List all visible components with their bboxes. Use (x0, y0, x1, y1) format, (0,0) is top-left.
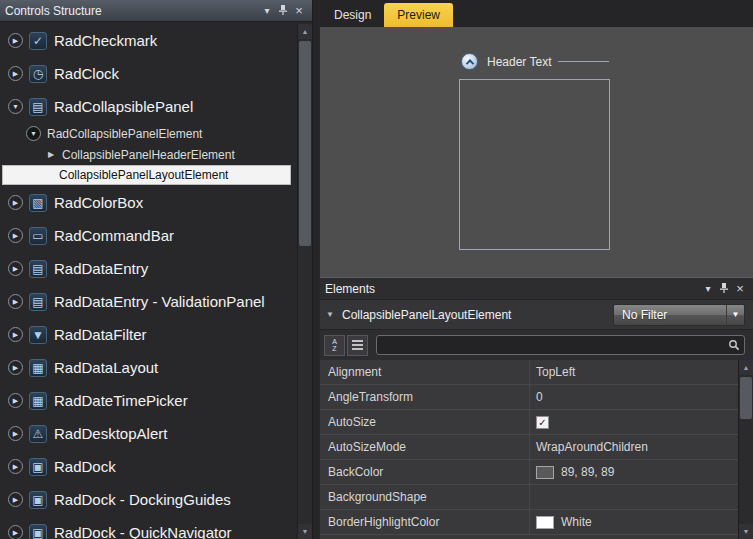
property-row-angletransform: AngleTransform 0 (320, 385, 738, 410)
tree-scrollbar[interactable]: ▲ ▼ (297, 24, 312, 539)
collapse-arrow-icon[interactable]: ▼ (26, 126, 41, 141)
color-swatch[interactable] (536, 516, 554, 529)
tree-item-raddatalayout[interactable]: ▶ ▦ RadDataLayout (0, 351, 297, 384)
tree-item-collapsiblepanelheaderelement[interactable]: ▶ CollapsiblePanelHeaderElement (0, 144, 297, 165)
search-icon[interactable] (724, 339, 744, 351)
tree-item-radcollapsiblepanelelement[interactable]: ▼ RadCollapsiblePanelElement (0, 123, 297, 144)
tree-item-radclock[interactable]: ▶ ◷ RadClock (0, 57, 297, 90)
property-value-text: 89, 89, 89 (561, 465, 614, 479)
tree-item-radcommandbar[interactable]: ▶ ▭ RadCommandBar (0, 219, 297, 252)
property-value[interactable]: ✓ (530, 410, 738, 434)
pin-icon[interactable] (716, 282, 732, 296)
expand-arrow-icon[interactable]: ▶ (8, 33, 23, 48)
collapse-arrow-icon[interactable]: ▼ (8, 99, 23, 114)
scrollbar-thumb[interactable] (740, 377, 752, 419)
tab-preview[interactable]: Preview (384, 3, 453, 27)
datalayout-icon: ▦ (29, 359, 47, 377)
property-value[interactable]: 89, 89, 89 (530, 460, 738, 484)
tree-item-label: RadCollapsiblePanel (54, 98, 193, 115)
tree-item-raddock-dockingguides[interactable]: ▶ ▣ RadDock - DockingGuides (0, 483, 297, 516)
dock-icon: ▣ (29, 458, 47, 476)
controls-tree: ▶ ✓ RadCheckmark ▶ ◷ RadClock ▼ ▤ RadCol… (0, 24, 297, 539)
checkbox-checked[interactable]: ✓ (536, 416, 549, 429)
tree-item-raddatetimepicker[interactable]: ▶ ▦ RadDateTimePicker (0, 384, 297, 417)
expand-arrow-icon[interactable]: ▶ (8, 195, 23, 210)
panel-header-text: Header Text (487, 55, 551, 69)
sort-alphabetical-button[interactable]: AZ (324, 335, 345, 356)
tree-item-radcolorbox[interactable]: ▶ ▧ RadColorBox (0, 186, 297, 219)
panel-title: Controls Structure (5, 4, 259, 18)
expand-arrow-icon[interactable]: ▶ (8, 294, 23, 309)
search-input[interactable] (377, 338, 724, 352)
expand-arrow-icon[interactable]: ▶ (8, 261, 23, 276)
collapsible-panel-icon: ▤ (29, 98, 47, 116)
tree-item-label: RadDock (54, 458, 116, 475)
expand-arrow-icon[interactable]: ▶ (46, 150, 56, 159)
tree-item-label: RadDesktopAlert (54, 425, 167, 442)
close-icon[interactable]: × (732, 282, 748, 296)
scroll-up-icon[interactable]: ▲ (298, 24, 312, 39)
tree-item-raddock-quicknavigator[interactable]: ▶ ▣ RadDock - QuickNavigator (0, 516, 297, 539)
collapse-expander-icon[interactable]: ▼ (326, 310, 342, 319)
desktopalert-icon: ⚠ (29, 425, 47, 443)
scroll-down-icon[interactable]: ▼ (298, 524, 312, 539)
datetimepicker-icon: ▦ (29, 392, 47, 410)
property-value-text: WrapAroundChildren (536, 440, 648, 454)
tree-item-raddock[interactable]: ▶ ▣ RadDock (0, 450, 297, 483)
property-row-backgroundshape: BackgroundShape (320, 485, 738, 510)
tree-item-label: RadDateTimePicker (54, 392, 188, 409)
preview-canvas: Header Text (320, 27, 753, 277)
tab-design[interactable]: Design (321, 3, 384, 27)
app-window: Controls Structure ▾ × ▶ ✓ RadCheckmark … (0, 0, 753, 539)
property-value[interactable]: 0 (530, 385, 738, 409)
tree-item-label: RadCollapsiblePanelElement (47, 127, 202, 141)
tree-item-raddesktopalert[interactable]: ▶ ⚠ RadDesktopAlert (0, 417, 297, 450)
expand-arrow-icon[interactable]: ▶ (8, 228, 23, 243)
chevron-up-icon (465, 59, 473, 67)
window-menu-icon[interactable]: ▾ (259, 4, 275, 18)
property-name: AutoSizeMode (320, 435, 530, 459)
color-swatch[interactable] (536, 466, 554, 479)
tree-item-raddatafilter[interactable]: ▶ ▼ RadDataFilter (0, 318, 297, 351)
tree-item-collapsiblepanellayoutelement[interactable]: CollapsiblePanelLayoutElement (2, 165, 291, 185)
commandbar-icon: ▭ (29, 227, 47, 245)
property-value[interactable]: TopLeft (530, 360, 738, 384)
filter-dropdown[interactable]: No Filter ▼ (613, 304, 745, 326)
quicknavigator-icon: ▣ (29, 524, 47, 539)
window-menu-icon[interactable]: ▾ (700, 282, 716, 296)
close-icon[interactable]: × (291, 4, 307, 18)
pin-icon[interactable] (275, 4, 291, 18)
tree-item-raddataentry[interactable]: ▶ ▤ RadDataEntry (0, 252, 297, 285)
expand-arrow-icon[interactable]: ▶ (8, 393, 23, 408)
tree-item-radcollapsiblepanel[interactable]: ▼ ▤ RadCollapsiblePanel (0, 90, 297, 123)
expand-arrow-icon[interactable]: ▶ (8, 459, 23, 474)
property-value[interactable]: WrapAroundChildren (530, 435, 738, 459)
property-search-box[interactable] (376, 335, 745, 355)
tree-item-label: RadDataEntry - ValidationPanel (54, 293, 265, 310)
property-value[interactable] (530, 485, 738, 509)
dataentry-icon: ▤ (29, 260, 47, 278)
checkmark-icon: ✓ (29, 32, 47, 50)
tree-item-label: RadDock - DockingGuides (54, 491, 231, 508)
controls-structure-panel: Controls Structure ▾ × ▶ ✓ RadCheckmark … (0, 0, 313, 539)
expand-arrow-icon[interactable]: ▶ (8, 66, 23, 81)
tree-item-raddataentry-validationpanel[interactable]: ▶ ▤ RadDataEntry - ValidationPanel (0, 285, 297, 318)
scroll-down-icon[interactable]: ▼ (739, 524, 753, 539)
expand-arrow-icon[interactable]: ▶ (8, 327, 23, 342)
scroll-up-icon[interactable]: ▲ (739, 360, 753, 375)
panel-content-outline (459, 79, 610, 250)
expand-arrow-icon[interactable]: ▶ (8, 492, 23, 507)
tree-item-radcheckmark[interactable]: ▶ ✓ RadCheckmark (0, 24, 297, 57)
categorized-view-button[interactable] (347, 335, 368, 356)
expand-arrow-icon[interactable]: ▶ (8, 426, 23, 441)
property-name: AutoSize (320, 410, 530, 434)
property-grid-scrollbar[interactable]: ▲ ▼ (738, 360, 753, 539)
expand-arrow-icon[interactable]: ▶ (8, 525, 23, 539)
expand-arrow-icon[interactable]: ▶ (8, 360, 23, 375)
categorized-icon (352, 340, 363, 342)
property-value[interactable]: White (530, 510, 738, 534)
scrollbar-thumb[interactable] (299, 41, 311, 246)
collapse-toggle-button[interactable] (461, 53, 478, 70)
tree-item-label: RadColorBox (54, 194, 143, 211)
property-name: AngleTransform (320, 385, 530, 409)
